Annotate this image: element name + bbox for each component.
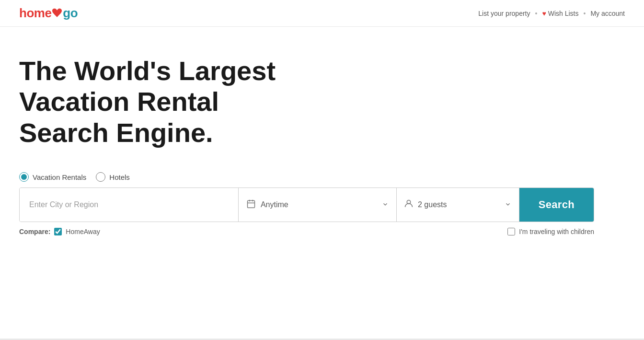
logo-home: home — [19, 6, 51, 21]
search-button[interactable]: Search — [519, 188, 594, 222]
hotels-option[interactable]: Hotels — [96, 172, 130, 182]
date-picker[interactable]: Anytime — [239, 188, 397, 222]
vacation-rentals-radio[interactable] — [19, 172, 29, 182]
guests-chevron-icon — [505, 201, 511, 209]
hotels-radio[interactable] — [96, 172, 105, 182]
svg-rect-0 — [247, 200, 254, 208]
nav-separator-2: • — [584, 10, 586, 17]
main-content: The World's Largest Vacation Rental Sear… — [0, 27, 644, 255]
heart-icon: ♥ — [542, 10, 546, 17]
search-bar: Anytime 2 guests Search — [19, 188, 594, 222]
homeaway-checkbox[interactable] — [54, 228, 62, 235]
location-input[interactable] — [20, 188, 239, 222]
calendar-icon — [246, 199, 256, 211]
wish-lists-link[interactable]: ♥ Wish Lists — [542, 10, 578, 17]
wish-lists-label: Wish Lists — [548, 10, 579, 17]
children-section: I'm traveling with children — [507, 228, 594, 235]
compare-section: Compare: HomeAway — [19, 228, 100, 235]
hero-title: The World's Largest Vacation Rental Sear… — [19, 56, 355, 148]
vacation-rentals-option[interactable]: Vacation Rentals — [19, 172, 86, 182]
children-label: I'm traveling with children — [519, 228, 594, 235]
property-type-selector: Vacation Rentals Hotels — [19, 172, 625, 182]
logo-go: go — [63, 6, 78, 21]
site-header: home go List your property • ♥ Wish List… — [0, 0, 644, 27]
main-nav: List your property • ♥ Wish Lists • My a… — [478, 10, 625, 17]
date-label: Anytime — [261, 200, 377, 209]
guests-label: 2 guests — [418, 200, 500, 209]
options-row: Compare: HomeAway I'm traveling with chi… — [19, 228, 594, 235]
vacation-rentals-label: Vacation Rentals — [33, 173, 86, 181]
logo-heart-icon — [52, 8, 62, 20]
my-account-link[interactable]: My account — [590, 10, 625, 17]
homeaway-label: HomeAway — [66, 228, 100, 235]
hotels-label: Hotels — [109, 173, 130, 181]
logo[interactable]: home go — [19, 6, 78, 21]
date-chevron-icon — [382, 201, 389, 209]
children-checkbox[interactable] — [507, 228, 515, 235]
person-icon — [404, 199, 413, 211]
compare-label: Compare: — [19, 228, 50, 235]
list-property-link[interactable]: List your property — [478, 10, 530, 17]
guests-picker[interactable]: 2 guests — [397, 188, 519, 222]
nav-separator-1: • — [535, 10, 537, 17]
